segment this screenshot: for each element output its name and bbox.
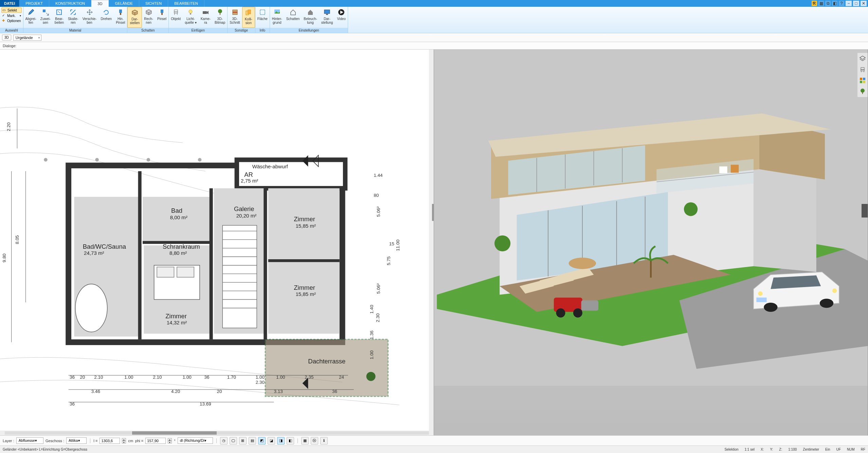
svg-text:2.35: 2.35	[305, 375, 313, 380]
einst-body-btn-4[interactable]: Video	[335, 7, 348, 28]
svg-text:8,80 m²: 8,80 m²	[169, 250, 187, 256]
sonstige-body-btn-0[interactable]: 3D-Schnitt	[228, 7, 242, 28]
einstellungen-group-label: Einstellungen	[270, 28, 348, 33]
phi-input[interactable]	[145, 438, 166, 444]
einst-body-btn-2[interactable]: Beleuch-tung	[302, 7, 319, 28]
tab-bearbeiten[interactable]: BEARBEITEN	[168, 0, 204, 7]
tab-gelaende[interactable]: GELÄNDE	[109, 0, 139, 7]
svg-text:Bad/WC/Sauna: Bad/WC/Sauna	[83, 243, 126, 250]
btn-north-icon[interactable]: Ⓝ	[311, 437, 318, 445]
dl-combo[interactable]: dl (Richtung/Di▾	[178, 437, 213, 444]
svg-point-10	[189, 10, 192, 13]
einfuegen-body-btn-1[interactable]: Licht-quelle ▾	[183, 7, 198, 28]
tab-projekt[interactable]: PROJEKT	[19, 0, 49, 7]
tree-icon[interactable]	[859, 88, 866, 95]
einfuegen-body-btn-3[interactable]: 3D-Bitmap	[213, 7, 227, 28]
btn-plane1-icon[interactable]: ◩	[258, 437, 266, 445]
l-spinner[interactable]: ▴▾	[122, 438, 126, 443]
selekt-button[interactable]: ▭Selekt	[1, 7, 22, 13]
l-input[interactable]	[100, 438, 120, 444]
chair-icon[interactable]	[859, 66, 866, 73]
btn-grid-icon[interactable]: ▦	[301, 437, 309, 445]
colors-icon[interactable]	[859, 77, 866, 84]
einfuegen-body-btn-2[interactable]: Kame-ra	[199, 7, 213, 28]
bottom-toolbar: Layer : Abfluesse▾ Geschoss : Attika▾ l …	[0, 435, 868, 446]
einst-body-btn-3[interactable]: Dar-stellung	[319, 7, 335, 28]
svg-text:20,20 m²: 20,20 m²	[236, 213, 257, 219]
material-body-btn-0[interactable]: Abgrei-fen	[23, 7, 38, 28]
info-body-btn-0[interactable]: Fläche	[255, 7, 270, 28]
layers-icon[interactable]	[859, 55, 866, 62]
material-body-btn-6[interactable]: Hin.Pinsel	[114, 7, 127, 28]
mark-button[interactable]: ✓Mark.▾	[1, 13, 22, 18]
svg-rect-19	[248, 10, 251, 14]
maximize-icon[interactable]: □	[853, 1, 859, 6]
svg-text:8,00 m²: 8,00 m²	[170, 214, 187, 220]
tab-konstruktion[interactable]: KONSTRUKTION	[49, 0, 91, 7]
svg-rect-172	[862, 92, 863, 94]
layer-combo[interactable]: Abfluesse▾	[16, 437, 43, 444]
btn-four-squares-icon[interactable]: ⊞	[239, 437, 247, 445]
titlebar-controls: 🛠 ▦ ⧉ ◧ ? − □ ✕	[812, 0, 868, 7]
material-body-btn-3[interactable]: Skalie-ren	[66, 7, 80, 28]
tab-3d[interactable]: 3D	[91, 0, 109, 7]
btn-clock-icon[interactable]: ◷	[220, 437, 228, 445]
tools-icon[interactable]: 🛠	[812, 1, 817, 6]
btn-plane3-icon[interactable]: ◨	[277, 437, 285, 445]
ribbon: ▭Selekt ✓Mark.▾ ✚Optionen Auswahl Abgrei…	[0, 7, 868, 33]
geschoss-combo[interactable]: Attika▾	[66, 437, 87, 444]
phi-spinner[interactable]: ▴▾	[168, 438, 172, 443]
material-body-btn-1[interactable]: Zuwei-sen	[38, 7, 53, 28]
tab-datei[interactable]: DATEI	[0, 0, 19, 7]
phi-label: phi =	[135, 439, 143, 443]
einfuegen-body-btn-0[interactable]: Objekt	[169, 7, 183, 28]
sonstige-group-label: Sonstige	[228, 28, 255, 33]
material-body-btn-5[interactable]: Drehen	[98, 7, 114, 28]
schatten-body-btn-0[interactable]: Dar-stellen	[127, 7, 142, 28]
svg-rect-38	[268, 262, 340, 334]
optionen-label: Optionen	[7, 19, 21, 23]
schatten-body-btn-1[interactable]: Rech-nen	[142, 7, 155, 28]
tb-icon-3[interactable]: ⧉	[825, 1, 831, 6]
plan-2d-view[interactable]: Bad 8,00 m² Galerie 20,20 m² AR 2,75 m² …	[0, 50, 434, 435]
tb-icon-2[interactable]: ▦	[818, 1, 824, 6]
svg-point-159	[758, 291, 762, 296]
minimize-icon[interactable]: −	[846, 1, 852, 6]
btn-stack-icon[interactable]: ▤	[249, 437, 256, 445]
svg-text:36: 36	[204, 375, 210, 380]
tb-icon-4[interactable]: ◧	[832, 1, 837, 6]
sub-toolbar: 3D Urgelände▾	[0, 33, 868, 42]
h-scrollbar-2d[interactable]	[0, 431, 434, 435]
svg-text:1.00: 1.00	[256, 375, 265, 380]
svg-text:3.46: 3.46	[91, 389, 100, 394]
svg-text:1.70: 1.70	[227, 375, 236, 380]
svg-text:Galerie: Galerie	[234, 205, 254, 212]
btn-plane2-icon[interactable]: ◪	[268, 437, 275, 445]
status-selcount: 1:1 sel	[745, 448, 755, 451]
chair-icon	[172, 8, 180, 16]
einst-body-btn-1[interactable]: Schatten	[284, 7, 302, 28]
btn-info-icon[interactable]: ℹ	[320, 437, 328, 445]
help-icon[interactable]: ?	[839, 1, 844, 6]
v-scrollbar-2d[interactable]	[429, 50, 434, 431]
mode-3d-chip[interactable]: 3D	[2, 35, 11, 40]
status-unit: Zentimeter	[803, 448, 819, 451]
btn-plane4-icon[interactable]: ◧	[287, 437, 294, 445]
terrain-combo[interactable]: Urgelände▾	[13, 35, 41, 41]
material-body-btn-2[interactable]: Bear-beiten	[53, 7, 66, 28]
schatten-body-btn-2[interactable]: Pinsel	[155, 7, 168, 28]
optionen-button[interactable]: ✚Optionen	[1, 18, 22, 23]
svg-marker-126	[754, 164, 816, 272]
svg-rect-142	[719, 166, 727, 173]
render-3d-view[interactable]	[434, 50, 868, 435]
svg-point-28	[95, 158, 99, 162]
sonstige-body-btn-1[interactable]: Kolli-sion	[242, 7, 255, 28]
tab-sichten[interactable]: SICHTEN	[139, 0, 168, 7]
close-icon[interactable]: ✕	[861, 1, 867, 6]
btn-monitor-icon[interactable]: 🖵	[230, 437, 237, 445]
material-body-btn-4[interactable]: Verschie-ben	[80, 7, 99, 28]
svg-rect-12	[203, 11, 207, 14]
einst-body-btn-0[interactable]: Hinter-grund	[270, 7, 284, 28]
right-panel-grip[interactable]	[862, 204, 868, 218]
svg-text:5.06²: 5.06²	[376, 206, 381, 217]
